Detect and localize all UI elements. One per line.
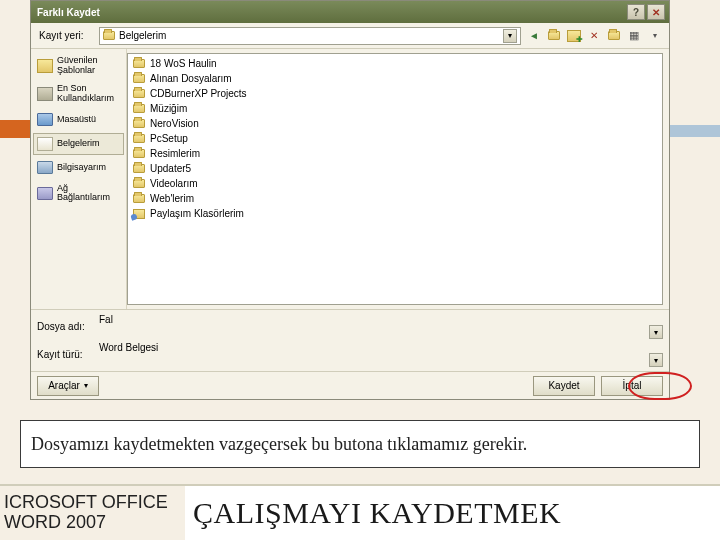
create-folder-icon[interactable] [605,27,623,45]
sidebar-item-desktop[interactable]: Masaüstü [33,109,124,131]
cancel-button[interactable]: İptal [601,376,663,396]
footer-brand: ICROSOFT OFFICE WORD 2007 [0,484,185,540]
sidebar-item-label: Masaüstü [57,115,96,125]
filetype-combo[interactable]: Word Belgesi ▾ [99,342,663,367]
sidebar-item-label: En Son Kullandıklarım [57,84,120,104]
list-item[interactable]: NeroVision [130,116,660,131]
filename-value: Fal [99,314,113,325]
list-item[interactable]: Paylaşım Klasörlerim [130,206,660,221]
list-item[interactable]: CDBurnerXP Projects [130,86,660,101]
slide-footer: ICROSOFT OFFICE WORD 2007 ÇALIŞMAYI KAYD… [0,484,720,540]
chevron-down-icon[interactable]: ▾ [503,29,517,43]
list-item[interactable]: Updater5 [130,161,660,176]
folder-icon [133,194,145,203]
folder-icon [133,134,145,143]
filetype-label: Kayıt türü: [37,349,95,360]
folder-icon [103,31,115,40]
tools-dropdown-icon[interactable] [645,27,663,45]
list-item[interactable]: 18 WoS Haulin [130,56,660,71]
shared-folder-icon [133,209,145,219]
filetype-value: Word Belgesi [99,342,158,353]
folder-icon [133,104,145,113]
list-item[interactable]: Alınan Dosyalarım [130,71,660,86]
toolbar-icons [525,27,663,45]
places-sidebar: Güvenilen Şablonlar En Son Kullandıkları… [31,49,127,309]
sidebar-item-label: Bilgisayarım [57,163,106,173]
computer-icon [37,160,53,176]
filename-label: Dosya adı: [37,321,95,332]
save-in-value: Belgelerim [119,30,166,41]
folder-icon [133,59,145,68]
folder-icon [133,164,145,173]
file-list[interactable]: 18 WoS Haulin Alınan Dosyalarım CDBurner… [127,53,663,305]
save-as-dialog: Farklı Kaydet ? ✕ Kayıt yeri: Belgelerim… [30,0,670,400]
sidebar-item-label: Belgelerim [57,139,100,149]
filename-input[interactable]: Fal ▾ [99,314,663,339]
delete-icon[interactable] [585,27,603,45]
tools-button[interactable]: Araçlar▾ [37,376,99,396]
caption-text: Dosyamızı kaydetmekten vazgeçersek bu bu… [31,434,527,455]
trusted-templates-icon [37,58,53,74]
save-in-label: Kayıt yeri: [37,30,95,41]
recent-icon [37,86,53,102]
chevron-down-icon[interactable]: ▾ [649,353,663,367]
folder-icon [133,149,145,158]
list-item[interactable]: Resimlerim [130,146,660,161]
folder-icon [133,179,145,188]
caption-box: Dosyamızı kaydetmekten vazgeçersek bu bu… [20,420,700,468]
folder-icon [133,119,145,128]
list-item[interactable]: Videolarım [130,176,660,191]
sidebar-item-recent[interactable]: En Son Kullandıklarım [33,81,124,107]
titlebar[interactable]: Farklı Kaydet ? ✕ [31,1,669,23]
location-bar: Kayıt yeri: Belgelerim ▾ [31,23,669,49]
documents-icon [37,136,53,152]
sidebar-item-network[interactable]: Ağ Bağlantılarım [33,181,124,207]
save-button[interactable]: Kaydet [533,376,595,396]
close-button[interactable]: ✕ [647,4,665,20]
folder-icon [133,74,145,83]
back-icon[interactable] [525,27,543,45]
new-folder-icon[interactable] [565,27,583,45]
save-in-combo[interactable]: Belgelerim ▾ [99,27,521,45]
sidebar-item-trusted[interactable]: Güvenilen Şablonlar [33,53,124,79]
folder-icon [133,89,145,98]
up-one-level-icon[interactable] [545,27,563,45]
help-button[interactable]: ? [627,4,645,20]
list-item[interactable]: PcSetup [130,131,660,146]
sidebar-item-label: Ağ Bağlantılarım [57,184,120,204]
views-icon[interactable] [625,27,643,45]
network-icon [37,185,53,201]
list-item[interactable]: Müziğim [130,101,660,116]
sidebar-item-label: Güvenilen Şablonlar [57,56,120,76]
slide-heading: ÇALIŞMAYI KAYDETMEK [185,484,720,540]
sidebar-item-mycomputer[interactable]: Bilgisayarım [33,157,124,179]
sidebar-item-mydocs[interactable]: Belgelerim [33,133,124,155]
desktop-icon [37,112,53,128]
list-item[interactable]: Web'lerim [130,191,660,206]
dialog-title: Farklı Kaydet [35,7,625,18]
chevron-down-icon[interactable]: ▾ [649,325,663,339]
